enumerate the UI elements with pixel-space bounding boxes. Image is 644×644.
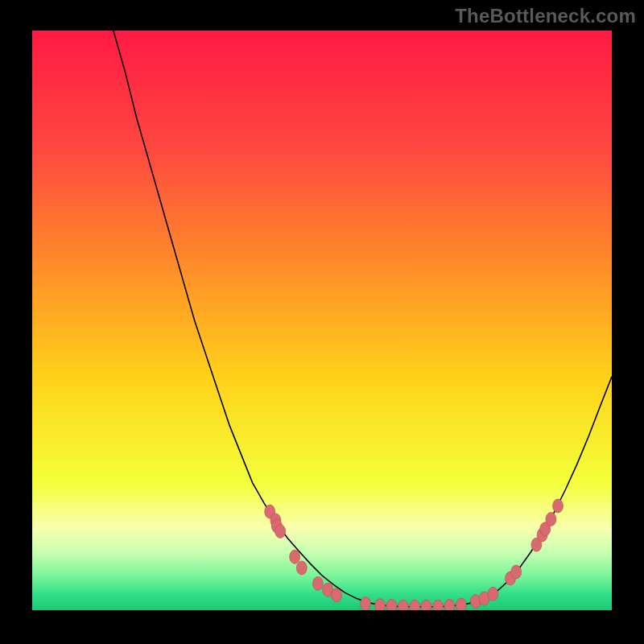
bottleneck-curve xyxy=(114,31,612,607)
scatter-point xyxy=(421,600,431,610)
curve-layer xyxy=(32,31,612,610)
scatter-point xyxy=(361,597,371,610)
scatter-point xyxy=(456,598,466,610)
plot-area xyxy=(32,31,612,610)
scatter-point xyxy=(398,600,408,610)
scatter-markers xyxy=(265,499,564,610)
watermark-text: TheBottleneck.com xyxy=(455,5,636,27)
scatter-point xyxy=(553,499,564,513)
scatter-point xyxy=(511,565,522,579)
scatter-point xyxy=(488,587,498,601)
scatter-point xyxy=(296,561,307,575)
scatter-point xyxy=(275,525,286,539)
scatter-point xyxy=(332,588,342,602)
scatter-point xyxy=(375,599,386,610)
scatter-point xyxy=(290,550,300,564)
chart-container: TheBottleneck.com xyxy=(0,0,644,644)
scatter-point xyxy=(444,599,455,610)
scatter-point xyxy=(546,512,556,526)
scatter-point xyxy=(386,599,397,610)
scatter-point xyxy=(433,600,444,610)
scatter-point xyxy=(410,600,420,610)
scatter-point xyxy=(312,576,323,590)
